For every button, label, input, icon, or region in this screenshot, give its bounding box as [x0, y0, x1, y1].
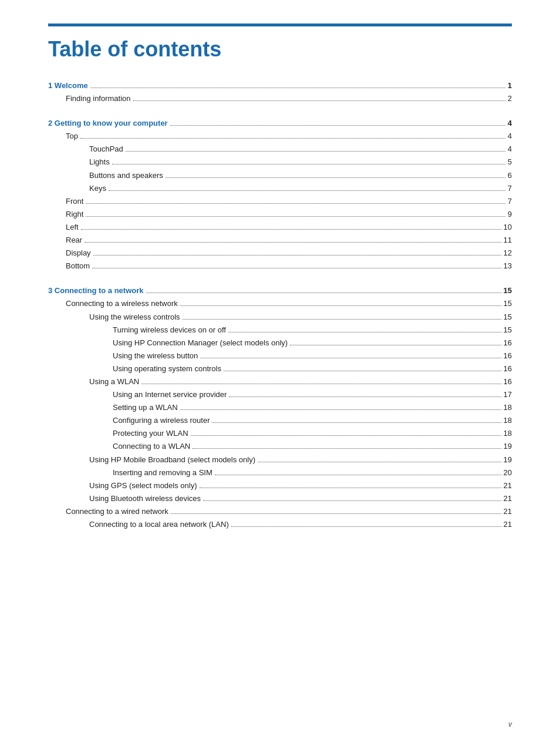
- toc-label: Left: [48, 221, 79, 234]
- toc-entry: Finding information 2: [48, 92, 512, 105]
- toc-label: Connecting to a local area network (LAN): [48, 518, 229, 531]
- toc-entry: Using a WLAN 16: [48, 375, 512, 388]
- toc-label: Rear: [48, 234, 82, 247]
- toc-page: 7: [508, 182, 512, 195]
- toc-dots: [166, 177, 505, 178]
- toc-label: 2 Getting to know your computer: [48, 117, 168, 130]
- toc-page: 15: [504, 284, 512, 297]
- toc-dots: [109, 190, 505, 191]
- toc-label: Lights: [48, 156, 110, 169]
- toc-dots: [228, 332, 501, 332]
- toc-dots: [224, 371, 501, 371]
- accent-line: [48, 26, 512, 26]
- toc-page: 16: [504, 375, 512, 388]
- toc-entry: Using operating system controls 16: [48, 362, 512, 375]
- toc-page: 19: [504, 453, 512, 466]
- toc-entry: Using the wireless button 16: [48, 350, 512, 362]
- toc-entry: Turning wireless devices on or off 15: [48, 324, 512, 337]
- toc-page: 10: [504, 221, 512, 234]
- toc-dots: [81, 229, 501, 230]
- toc-page: 4: [508, 143, 512, 156]
- toc-page: 16: [504, 350, 512, 362]
- toc-page: 21: [504, 518, 512, 531]
- toc-page: 5: [508, 156, 512, 169]
- toc-entry: Using an Internet service provider 17: [48, 388, 512, 401]
- toc-label: Inserting and removing a SIM: [48, 466, 212, 479]
- toc-label: Using a WLAN: [48, 375, 139, 388]
- toc-entry: Lights 5: [48, 156, 512, 169]
- toc-entry: 3 Connecting to a network 15: [48, 284, 512, 297]
- toc-entry: Configuring a wireless router 18: [48, 414, 512, 427]
- toc-entry: Buttons and speakers 6: [48, 169, 512, 182]
- toc-page: 2: [508, 92, 512, 105]
- toc-dots: [183, 319, 501, 320]
- toc-dots: [90, 88, 505, 88]
- toc-page: 18: [504, 427, 512, 440]
- toc-page: 4: [508, 130, 512, 143]
- toc-entry: Using HP Mobile Broadband (select models…: [48, 453, 512, 466]
- page-title: Table of contents: [48, 37, 512, 62]
- toc-page: 21: [504, 505, 512, 518]
- toc-label: Finding information: [48, 92, 131, 105]
- toc-label: Using the wireless button: [48, 350, 198, 362]
- toc-label: Connecting to a wireless network: [48, 297, 178, 310]
- toc-label: Keys: [48, 182, 106, 195]
- toc-label: Using operating system controls: [48, 362, 221, 375]
- toc-label: Right: [48, 208, 83, 221]
- toc-page: 16: [504, 337, 512, 350]
- toc-entry: Using HP Connection Manager (select mode…: [48, 337, 512, 350]
- toc-dots: [180, 409, 501, 410]
- toc-dots: [170, 125, 505, 126]
- toc-entry: Top 4: [48, 130, 512, 143]
- toc-label: Using HP Mobile Broadband (select models…: [48, 453, 255, 466]
- toc-page: 16: [504, 362, 512, 375]
- toc-label: Bottom: [48, 260, 90, 273]
- toc-container: 1 Welcome 1 Finding information 2 2 Gett…: [48, 79, 512, 531]
- toc-dots: [231, 526, 501, 527]
- toc-entry: Front 7: [48, 195, 512, 208]
- toc-page: 15: [504, 324, 512, 337]
- toc-label: Buttons and speakers: [48, 169, 163, 182]
- toc-dots: [112, 164, 505, 164]
- toc-label: Connecting to a WLAN: [48, 440, 190, 453]
- toc-label: TouchPad: [48, 143, 123, 156]
- toc-dots: [80, 138, 505, 139]
- toc-page: 11: [504, 234, 512, 247]
- toc-page: 19: [504, 440, 512, 453]
- toc-page: 6: [508, 169, 512, 182]
- toc-dots: [212, 422, 501, 423]
- toc-label: Using GPS (select models only): [48, 479, 197, 492]
- toc-page: 4: [508, 117, 512, 130]
- toc-dots: [200, 488, 501, 488]
- toc-page: 18: [504, 414, 512, 427]
- toc-label: 1 Welcome: [48, 79, 88, 92]
- toc-page: 1: [508, 79, 512, 92]
- toc-entry: Display 12: [48, 247, 512, 260]
- toc-label: Configuring a wireless router: [48, 414, 210, 427]
- toc-entry: Right 9: [48, 208, 512, 221]
- toc-label: Front: [48, 195, 83, 208]
- toc-page: 17: [504, 388, 512, 401]
- toc-dots: [200, 358, 501, 358]
- toc-dots: [133, 100, 505, 101]
- toc-dots: [290, 345, 501, 345]
- toc-dots: [93, 255, 501, 256]
- toc-dots: [180, 305, 501, 306]
- toc-page: 7: [508, 195, 512, 208]
- toc-label: Display: [48, 247, 91, 260]
- toc-dots: [171, 513, 501, 514]
- toc-page: 12: [504, 247, 512, 260]
- toc-page: 18: [504, 401, 512, 414]
- toc-entry: Keys 7: [48, 182, 512, 195]
- toc-entry: Bottom 13: [48, 260, 512, 273]
- toc-dots: [193, 448, 501, 449]
- toc-dots: [141, 384, 501, 384]
- toc-entry: Connecting to a wireless network 15: [48, 297, 512, 310]
- toc-entry: Connecting to a wired network 21: [48, 505, 512, 518]
- toc-dots: [203, 500, 501, 501]
- toc-entry: 2 Getting to know your computer 4: [48, 117, 512, 130]
- toc-entry: Using GPS (select models only) 21: [48, 479, 512, 492]
- toc-label: Using an Internet service provider: [48, 388, 227, 401]
- toc-page: 15: [504, 297, 512, 310]
- toc-entry: Inserting and removing a SIM 20: [48, 466, 512, 479]
